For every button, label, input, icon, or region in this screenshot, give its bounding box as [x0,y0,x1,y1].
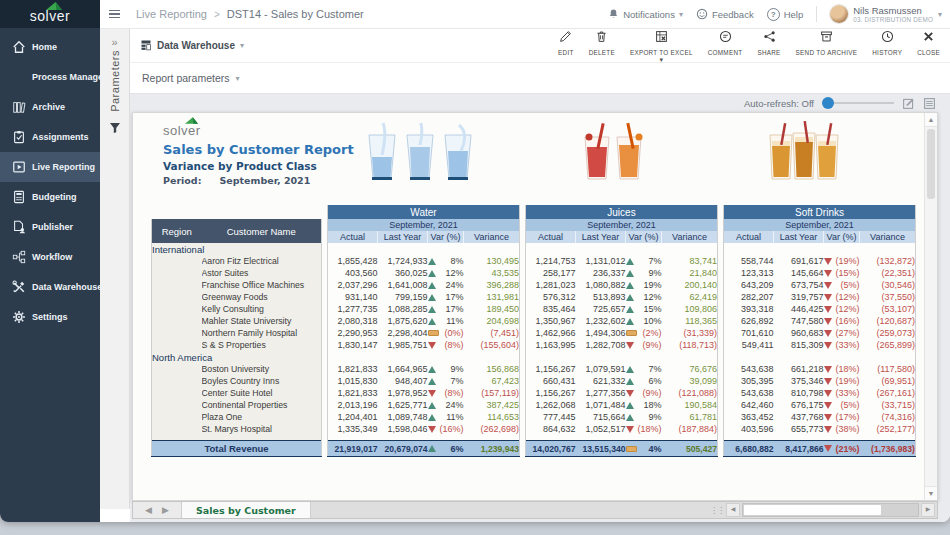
scrollbar-thumb[interactable] [927,129,935,199]
last-year-value: 621,332 [576,375,626,387]
scroll-up-icon[interactable]: ▲ [925,113,937,127]
variance-value: (118,713) [662,339,718,351]
sidebar: solver HomeProcess ManagerArchiveAssignm… [0,0,100,522]
sidebar-item-live-reporting[interactable]: Live Reporting [0,152,100,182]
menu-hamburger-icon[interactable] [100,10,128,19]
total-var-pct: (21%) [824,441,860,457]
actual-value: 626,892 [724,315,774,327]
export-to-excel-button[interactable]: Export to Excel▾ [630,29,693,62]
table-row: WaterJuicesSoft Drinks [152,205,916,219]
close-button[interactable]: Close [917,29,940,56]
toolbar-action-label: Export to Excel [630,49,693,56]
period-label: Period: [163,175,201,186]
customer-name: St. Marys Hospital [202,423,322,435]
feedback-button[interactable]: Feedback [696,8,754,20]
report-vertical-scrollbar[interactable]: ▲ ▼ [924,113,937,500]
last-year-value: 1,232,602 [576,315,626,327]
app-logo[interactable]: solver [0,0,100,28]
data-source-dropdown[interactable]: Data Warehouse ▾ [140,39,244,51]
sheet-tab-nav[interactable]: ◀▶ [133,502,182,518]
share-icon [763,29,776,47]
breadcrumb: Live Reporting > DST14 - Sales by Custom… [136,8,364,20]
total-label: Total Revenue [152,441,322,457]
trend-up-icon [626,366,634,373]
solver-triangle-icon [46,2,62,10]
water-glasses-image [363,121,479,183]
variance-value: 83,741 [662,255,718,267]
customer-name: Kelly Consulting [202,303,322,315]
last-year-value: 437,768 [774,411,824,423]
notifications-button[interactable]: Notifications▾ [608,8,683,20]
last-year-value: 815,309 [774,339,824,351]
comment-button[interactable]: Comment [708,29,743,56]
horizontal-scrollbar[interactable]: ⋮⋮ ◀ ▶ [710,502,937,518]
next-sheet-icon[interactable]: ▶ [162,505,169,515]
sidebar-item-settings[interactable]: Settings [0,302,100,332]
send-to-archive-button[interactable]: Send to Archive [796,29,858,56]
customer-column-header: Customer Name [202,219,322,243]
sidebar-item-budgeting[interactable]: Budgeting [0,182,100,212]
top-bar-right: Notifications▾ Feedback ? Help Nils Rasm… [608,5,950,23]
prev-sheet-icon[interactable]: ◀ [145,505,152,515]
toolbar-action-label: Delete [589,49,615,56]
report-parameters-toggle[interactable]: Report parameters [142,72,230,84]
total-actual: 21,919,017 [328,441,378,457]
sidebar-item-home[interactable]: Home [0,32,100,62]
variance-value: (267,161) [860,387,916,399]
help-button[interactable]: ? Help [767,8,804,21]
breadcrumb-section[interactable]: Live Reporting [136,8,207,20]
customer-name: Center Suite Hotel [202,387,322,399]
slider-knob[interactable] [822,97,834,109]
toolbar-action-label: Close [917,49,940,56]
region-row: International [152,243,916,255]
user-menu[interactable]: Nils Rasmussen 03. Distribution Demo ▾ [830,5,942,23]
sidebar-item-process-manager[interactable]: Process Manager [0,62,100,92]
sidebar-item-publisher[interactable]: Publisher [0,212,100,242]
sidebar-nav: HomeProcess ManagerArchiveAssignmentsLiv… [0,28,100,332]
sheet-tab-sales-by-customer[interactable]: Sales by Customer [182,502,311,518]
history-button[interactable]: History [872,29,902,56]
var-pct-cell: (33%) [824,387,860,399]
last-year-value: 1,978,952 [378,387,428,399]
splitter-handle-icon[interactable]: ⋮⋮ [710,506,724,515]
total-last-year: 20,679,074 [378,441,428,457]
var-pct-cell: 10% [626,315,662,327]
trend-down-icon [824,378,832,385]
actual-value: 1,163,995 [526,339,576,351]
trend-up-icon [428,258,436,265]
parameters-panel-label: Parameters [109,50,121,112]
scroll-right-icon[interactable]: ▶ [921,503,935,517]
var-pct-cell: (17%) [824,411,860,423]
table-row: S & S Properties1,830,1471,985,751(8%)(1… [152,339,916,351]
table-row: Kelly Consulting1,277,7351,088,28517%189… [152,303,916,315]
report-list-icon[interactable] [923,97,936,110]
hscroll-track[interactable] [742,503,919,517]
var-pct-cell: 6% [626,375,662,387]
table-row: RegionCustomer NameSeptember, 2021Septem… [152,219,916,231]
edit-parameters-icon[interactable] [902,97,915,110]
last-year-value: 799,159 [378,291,428,303]
trend-down-icon [824,366,832,373]
hscroll-thumb[interactable] [744,505,881,515]
sidebar-item-assignments[interactable]: Assignments [0,122,100,152]
sidebar-item-label: Settings [32,312,68,322]
edit-button[interactable]: Edit [558,29,574,56]
trend-down-icon [824,258,832,265]
sidebar-item-archive[interactable]: Archive [0,92,100,122]
trend-down-icon [824,426,832,433]
sidebar-item-data-warehouse[interactable]: Data Warehouse [0,272,100,302]
parameters-panel-collapsed[interactable]: » Parameters [100,28,130,509]
sidebar-item-workflow[interactable]: Workflow [0,242,100,272]
var-pct-cell: (9%) [626,339,662,351]
share-button[interactable]: Share [757,29,780,56]
delete-button[interactable]: Delete [589,29,615,56]
scroll-left-icon[interactable]: ◀ [726,503,740,517]
scroll-down-icon[interactable]: ▼ [925,486,937,500]
var-pct-cell: (38%) [824,423,860,435]
trend-down-icon [824,294,832,301]
actual-value: 558,744 [724,255,774,267]
last-year-value: 1,071,484 [576,399,626,411]
chevron-down-icon: ▾ [236,74,240,83]
auto-refresh-slider[interactable] [822,97,894,109]
trend-up-icon [428,402,436,409]
